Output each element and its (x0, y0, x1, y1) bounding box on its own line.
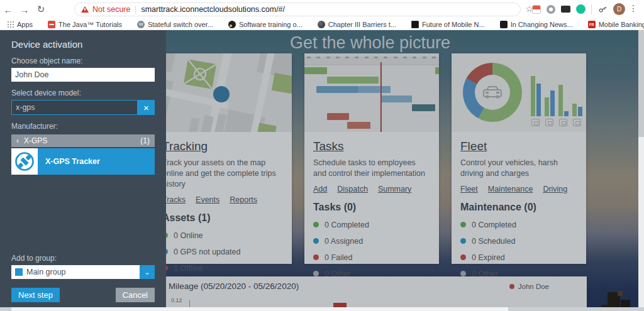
link-reports[interactable]: Reports (230, 195, 257, 204)
manufacturer-label: Manufacturer: (11, 122, 155, 131)
gantt-today-line (380, 62, 382, 132)
stat-row: 0 Expired (460, 253, 577, 262)
fleet-illustration (452, 53, 586, 132)
stat-row: 0 Completed (460, 221, 577, 229)
next-step-button[interactable]: Next step (11, 288, 60, 302)
link-driving[interactable]: Driving (543, 185, 567, 194)
back-icon[interactable]: ← (0, 4, 16, 15)
stat-row: 0 Completed (313, 221, 430, 229)
map-illustration (153, 53, 292, 132)
link-fleet[interactable]: Fleet (460, 185, 478, 194)
card-desc: Control your vehicles, harsh driving and… (460, 158, 577, 179)
gantt-axis (304, 57, 439, 65)
dark-square-favicon (411, 21, 419, 28)
bar-chart-icon (531, 60, 585, 123)
group-select-value: Main group (26, 268, 140, 276)
device-activation-panel: Device activation Choose object name: Se… (0, 30, 166, 311)
extension-dark-icon[interactable] (561, 6, 570, 13)
extension-idm-icon[interactable] (532, 5, 541, 14)
extension-grammarly-icon[interactable] (576, 4, 586, 14)
green-status-dot (460, 222, 466, 227)
group-select[interactable]: Main group ⌄ (11, 265, 155, 279)
device-model-option-label: X-GPS Tracker (45, 157, 100, 166)
browser-menu-icon[interactable]: ⋮ (629, 3, 638, 13)
stat-row: 1 Offline (162, 264, 283, 273)
feature-cards: Tracking Track your assets on the map on… (153, 53, 586, 264)
not-secure-warning-icon[interactable] (81, 6, 89, 13)
object-name-input[interactable] (11, 68, 155, 82)
clear-search-button[interactable]: × (138, 100, 155, 115)
panel-title: Device activation (11, 39, 155, 50)
toolbar-separator (591, 4, 592, 14)
bookmark-java-tutorials[interactable]: The Java™ Tutorials (48, 21, 122, 28)
link-dispatch[interactable]: Dispatch (337, 185, 368, 194)
key-icon[interactable] (597, 4, 608, 14)
red-status-dot (313, 254, 319, 260)
blue-status-dot (460, 238, 466, 244)
device-model-option-selected[interactable]: X-GPS Tracker (11, 148, 155, 175)
red-status-dot (460, 254, 466, 260)
card-title-tasks[interactable]: Tasks (313, 139, 344, 153)
map-marker-icon (213, 86, 230, 102)
gray-status-dot (313, 271, 319, 276)
profile-avatar[interactable]: D (613, 3, 625, 15)
manufacturer-group-name: X-GPS (24, 136, 47, 145)
legend-dot (509, 284, 514, 289)
not-secure-label[interactable]: Not secure (92, 5, 130, 14)
stats-title: Maintenance (0) (460, 202, 577, 213)
extension-circle-icon[interactable] (547, 5, 555, 14)
device-model-input[interactable] (11, 100, 138, 115)
card-desc: Schedule tasks to employees and control … (313, 158, 430, 179)
reload-icon[interactable]: ↻ (33, 4, 49, 15)
chevron-down-icon: ⌄ (140, 265, 155, 279)
link-add[interactable]: Add (313, 185, 327, 194)
link-events[interactable]: Events (196, 195, 219, 204)
object-name-label: Choose object name: (11, 57, 155, 65)
stats-title: Tasks (0) (313, 202, 430, 213)
link-maintenance[interactable]: Maintenance (488, 185, 533, 194)
vertical-scrollbar[interactable] (638, 30, 644, 311)
manufacturer-group-header[interactable]: ‹ X-GPS (1) (11, 134, 155, 147)
java-favicon (48, 21, 55, 28)
bookmark-apps[interactable]: Apps (8, 21, 33, 28)
training-favicon (228, 21, 236, 28)
horizontal-scrollbar[interactable] (0, 307, 644, 311)
forward-icon[interactable]: → (16, 4, 33, 15)
legend-label: John Doe (518, 283, 549, 290)
page-title: Get the whole picture (153, 33, 587, 53)
bookmark-mobile-banking[interactable]: FB Mobile Banking Set... (588, 21, 644, 28)
wordpress-favicon: W (137, 21, 145, 28)
horizontal-scrollbar-thumb[interactable] (11, 307, 508, 311)
browser-toolbar: ← → ↻ Not secure smarttrack.iconnectclou… (0, 0, 644, 19)
stats-title: Assets (1) (162, 212, 283, 224)
skyline-building (618, 291, 623, 296)
card-title-tracking[interactable]: Tracking (162, 139, 208, 153)
stat-row: 0 Failed (313, 253, 430, 262)
mileage-widget: Mileage (05/20/2020 - 05/26/2020) John D… (153, 276, 587, 311)
cancel-button[interactable]: Cancel (116, 288, 155, 302)
card-title-fleet[interactable]: Fleet (460, 139, 487, 153)
url-text[interactable]: smarttrack.iconnectcloudsolutions.com/#/ (141, 5, 285, 14)
vertical-scrollbar-thumb[interactable] (638, 30, 644, 137)
gray-status-dot (460, 271, 466, 276)
bookmark-stateful-switchover[interactable]: W Stateful switch over... (137, 21, 213, 28)
green-status-dot (313, 222, 319, 227)
y-axis-tick: 0.12 (171, 297, 182, 303)
bookmark-future-mobile[interactable]: Future of Mobile N... (411, 21, 485, 28)
stat-row: 0 Online (162, 231, 283, 240)
park-icon (183, 58, 218, 90)
mileage-title: Mileage (05/20/2020 - 05/26/2020) (169, 281, 299, 291)
bookmark-changing-news[interactable]: In Changing News... (500, 21, 573, 28)
link-summary[interactable]: Summary (378, 185, 411, 194)
omnibox-divider (135, 6, 136, 14)
stat-row: 0 Assigned (313, 237, 430, 246)
gantt-illustration (304, 53, 439, 132)
bookmark-chapter-iii[interactable]: Chapter III Barriers t... (318, 21, 396, 28)
collapse-chevron-icon: ‹ (16, 136, 19, 145)
card-desc: Track your assets on the map online and … (162, 158, 283, 190)
manufacturer-count: (1) (140, 136, 150, 145)
bookmark-software-training[interactable]: Software training o... (228, 21, 303, 28)
apps-grid-icon (8, 21, 14, 28)
address-bar[interactable]: Not secure smarttrack.iconnectcloudsolut… (74, 3, 521, 16)
sphere-favicon (318, 21, 325, 28)
